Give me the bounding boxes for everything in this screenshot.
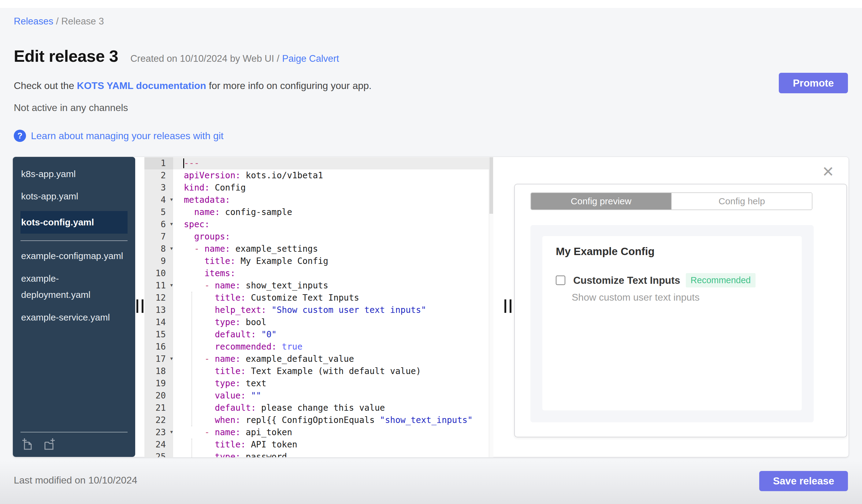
code-line[interactable]: kind: Config [173,182,489,194]
editor-gutter: 1234▾56▾78▾91011▾121314151617▾1819202122… [144,157,173,457]
git-help-line: ? Learn about managing your releases wit… [14,130,224,142]
line-number[interactable]: 16 [144,341,173,353]
line-number[interactable]: 8▾ [144,243,173,255]
code-line[interactable]: when: repl{{ ConfigOptionEquals "show_te… [173,414,489,426]
line-number[interactable]: 18 [144,365,173,377]
sidebar-file-k8s-app.yaml[interactable]: k8s-app.yaml [21,167,128,182]
config-group-title: My Example Config [556,245,655,257]
fold-arrow-icon[interactable]: ▾ [170,193,173,205]
line-number[interactable]: 24 [144,439,173,451]
editor-scrollbar-thumb[interactable] [489,157,493,214]
code-line[interactable]: type: password [173,451,489,457]
yaml-editor[interactable]: 1234▾56▾78▾91011▾121314151617▾1819202122… [144,157,493,457]
breadcrumb: Releases / Release 3 [14,16,104,27]
config-item-help-text: Show custom user text inputs [572,292,700,303]
sidebar-file-example-service.yaml[interactable]: example-service.yaml [21,309,128,326]
line-number[interactable]: 20 [144,389,173,402]
line-number[interactable]: 12 [144,292,173,304]
config-card: My Example Config Customize Text Inputs … [543,236,802,410]
created-text: Created on 10/10/2024 by Web UI /Paige C… [130,53,339,64]
sidebar-file-kots-config.yaml[interactable]: kots-config.yaml [21,211,128,234]
line-number[interactable]: 2 [144,170,173,182]
fold-arrow-icon[interactable]: ▾ [170,242,173,254]
line-number[interactable]: 11▾ [144,279,173,292]
customize-text-inputs-checkbox[interactable] [556,276,565,285]
sidebar-files-bottom: example-configmap.yamlexample-deployment… [13,248,135,326]
code-line[interactable]: groups: [173,230,489,243]
code-line[interactable]: metadata: [173,194,489,206]
config-item-label: Customize Text Inputs [573,275,680,286]
line-number[interactable]: 25 [144,451,173,457]
fold-arrow-icon[interactable]: ▾ [170,279,173,291]
sidebar-file-example-deployment.yaml[interactable]: example-deployment.yaml [21,270,128,303]
code-line[interactable]: - name: example_settings [173,243,489,255]
line-number[interactable]: 3 [144,182,173,194]
line-number[interactable]: 10 [144,267,173,279]
code-line[interactable]: spec: [173,218,489,230]
line-number[interactable]: 7 [144,230,173,243]
author-link[interactable]: Paige Calvert [282,53,339,64]
code-line[interactable]: items: [173,267,489,279]
line-number[interactable]: 22 [144,414,173,426]
editor-scrollbar[interactable] [489,157,493,457]
add-folder-icon[interactable] [42,437,56,451]
docs-line: Check out the KOTS YAML documentation fo… [14,80,372,91]
title-row: Edit release 3 Created on 10/10/2024 by … [14,47,339,65]
line-number[interactable]: 14 [144,316,173,329]
code-line[interactable]: default: "0" [173,329,489,341]
line-number[interactable]: 15 [144,329,173,341]
line-number[interactable]: 5 [144,206,173,218]
code-line[interactable]: apiVersion: kots.io/v1beta1 [173,170,489,182]
code-line[interactable]: title: API token [173,439,489,451]
breadcrumb-releases-link[interactable]: Releases [14,16,53,27]
line-number[interactable]: 21 [144,402,173,414]
code-line[interactable]: type: bool [173,316,489,329]
release-editor-container: k8s-app.yamlkots-app.yamlkots-config.yam… [13,157,849,457]
code-line[interactable]: type: text [173,377,489,389]
git-releases-link[interactable]: Learn about managing your releases with … [31,130,224,142]
code-line[interactable]: name: config-sample [173,206,489,218]
line-number[interactable]: 9 [144,255,173,267]
sidebar-file-example-configmap.yaml[interactable]: example-configmap.yaml [21,248,128,264]
tab-config-help[interactable]: Config help [671,193,812,210]
question-icon[interactable]: ? [14,130,26,142]
code-line[interactable]: recommended: true [173,341,489,353]
kots-yaml-docs-link[interactable]: KOTS YAML documentation [77,80,206,91]
code-line[interactable]: - name: api_token [173,426,489,439]
promote-button[interactable]: Promote [779,73,848,93]
code-line[interactable]: title: Text Example (with default value) [173,365,489,377]
code-line[interactable]: - name: show_text_inputs [173,279,489,292]
code-line[interactable]: help_text: "Show custom user text inputs… [173,304,489,316]
fold-arrow-icon[interactable]: ▾ [170,426,173,438]
fold-arrow-icon[interactable]: ▾ [170,218,173,230]
line-number[interactable]: 17▾ [144,353,173,365]
code-line[interactable]: --- [173,157,489,170]
preview-body: My Example Config Customize Text Inputs … [531,225,814,422]
tab-config-preview[interactable]: Config preview [531,193,671,210]
line-number[interactable]: 1 [144,157,173,170]
code-line[interactable]: - name: example_default_value [173,353,489,365]
sidebar-footer [21,432,128,451]
breadcrumb-separator: / [56,16,61,27]
line-number[interactable]: 13 [144,304,173,316]
fold-arrow-icon[interactable]: ▾ [170,352,173,364]
line-number[interactable]: 23▾ [144,426,173,439]
editor-preview-resize-handle[interactable] [505,300,511,313]
sidebar-divider [21,240,128,241]
close-icon[interactable]: ✕ [822,163,834,180]
sidebar-footer-divider [21,432,128,433]
editor-code[interactable]: ---apiVersion: kots.io/v1beta1kind: Conf… [173,157,489,457]
code-line[interactable]: value: "" [173,389,489,402]
code-line[interactable]: title: Customize Text Inputs [173,292,489,304]
line-number[interactable]: 6▾ [144,218,173,230]
sidebar-editor-resize-handle[interactable] [136,300,143,313]
add-file-icon[interactable] [21,437,35,451]
code-line[interactable]: default: please change this value [173,402,489,414]
file-sidebar: k8s-app.yamlkots-app.yamlkots-config.yam… [13,157,135,457]
line-number[interactable]: 4▾ [144,194,173,206]
sidebar-file-kots-app.yaml[interactable]: kots-app.yaml [21,189,128,204]
line-number[interactable]: 19 [144,377,173,389]
code-line[interactable]: title: My Example Config [173,255,489,267]
save-release-button[interactable]: Save release [759,471,848,491]
text-cursor [183,158,184,168]
